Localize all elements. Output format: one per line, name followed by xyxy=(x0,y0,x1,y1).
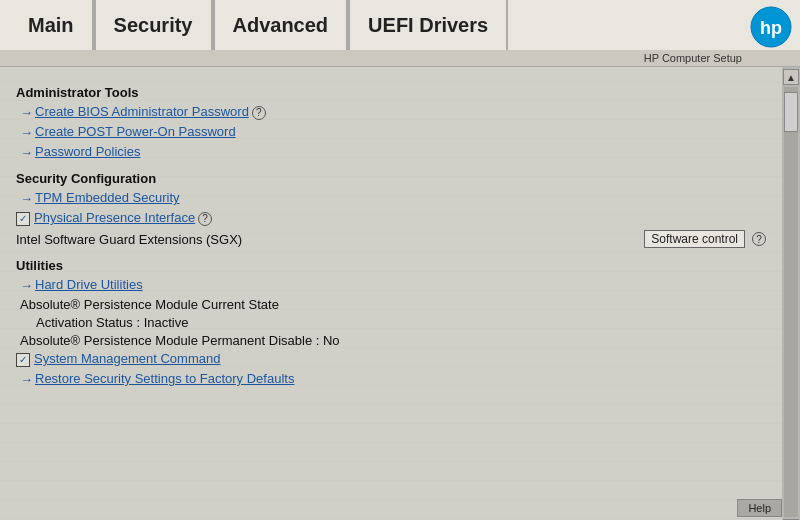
arrow-icon-tpm: → xyxy=(20,191,33,206)
tab-security[interactable]: Security xyxy=(94,0,213,50)
password-policies-link[interactable]: Password Policies xyxy=(35,144,141,159)
bottom-bar: Help xyxy=(737,496,782,520)
utilities-title: Utilities xyxy=(16,258,766,273)
physical-presence-checkbox[interactable]: ✓ xyxy=(16,212,30,226)
scroll-thumb[interactable] xyxy=(784,92,798,132)
scroll-up-button[interactable]: ▲ xyxy=(783,69,799,85)
create-bios-password-link[interactable]: Create BIOS Administrator Password xyxy=(35,104,249,119)
create-post-password-link[interactable]: Create POST Power-On Password xyxy=(35,124,236,139)
sgx-row: Intel Software Guard Extensions (SGX) So… xyxy=(16,230,766,248)
tpm-security-link[interactable]: TPM Embedded Security xyxy=(35,190,180,205)
main-panel: Administrator Tools → Create BIOS Admini… xyxy=(0,67,782,520)
hard-drive-utilities-row[interactable]: → Hard Drive Utilities xyxy=(16,277,766,294)
physical-presence-help-icon[interactable]: ? xyxy=(198,212,212,226)
sgx-label: Intel Software Guard Extensions (SGX) xyxy=(16,232,242,247)
tpm-security-row[interactable]: → TPM Embedded Security xyxy=(16,190,766,207)
admin-tools-title: Administrator Tools xyxy=(16,85,766,100)
scrollbar[interactable]: ▲ ▼ xyxy=(782,67,800,520)
physical-presence-row[interactable]: ✓ Physical Presence Interface ? xyxy=(16,210,766,227)
system-management-row[interactable]: ✓ System Management Command xyxy=(16,351,766,368)
svg-text:hp: hp xyxy=(760,18,782,38)
activation-status-text: Activation Status : Inactive xyxy=(16,315,766,330)
subtitle-bar: HP Computer Setup xyxy=(0,50,800,67)
hard-drive-utilities-link[interactable]: Hard Drive Utilities xyxy=(35,277,143,292)
physical-presence-label[interactable]: Physical Presence Interface xyxy=(34,210,195,225)
restore-security-link[interactable]: Restore Security Settings to Factory Def… xyxy=(35,371,294,386)
hp-logo: hp xyxy=(750,6,792,51)
sgx-dropdown-container[interactable]: Software control ? xyxy=(644,230,766,248)
arrow-icon-policies: → xyxy=(20,145,33,160)
content-area: Administrator Tools → Create BIOS Admini… xyxy=(0,67,800,520)
tab-uefi-drivers[interactable]: UEFI Drivers xyxy=(348,0,508,50)
help-button[interactable]: Help xyxy=(737,499,782,517)
absolute-state-text: Absolute® Persistence Module Current Sta… xyxy=(16,297,766,312)
system-management-label[interactable]: System Management Command xyxy=(34,351,220,366)
tab-advanced[interactable]: Advanced xyxy=(213,0,349,50)
security-config-title: Security Configuration xyxy=(16,171,766,186)
absolute-permanent-text: Absolute® Persistence Module Permanent D… xyxy=(16,333,766,348)
arrow-icon-hdu: → xyxy=(20,278,33,293)
sgx-help-icon[interactable]: ? xyxy=(752,232,766,246)
nav-bar: Main Security Advanced UEFI Drivers hp xyxy=(0,0,800,50)
create-post-password-row[interactable]: → Create POST Power-On Password xyxy=(16,124,766,141)
system-management-checkbox[interactable]: ✓ xyxy=(16,353,30,367)
restore-security-row[interactable]: → Restore Security Settings to Factory D… xyxy=(16,371,766,388)
sgx-dropdown[interactable]: Software control xyxy=(644,230,745,248)
password-policies-row[interactable]: → Password Policies xyxy=(16,144,766,161)
arrow-icon-post: → xyxy=(20,125,33,140)
arrow-icon-bios: → xyxy=(20,105,33,120)
create-bios-password-row[interactable]: → Create BIOS Administrator Password ? xyxy=(16,104,766,121)
scroll-track xyxy=(784,87,798,517)
arrow-icon-restore: → xyxy=(20,372,33,387)
bios-password-help-icon[interactable]: ? xyxy=(252,106,266,120)
tab-main[interactable]: Main xyxy=(10,0,94,50)
